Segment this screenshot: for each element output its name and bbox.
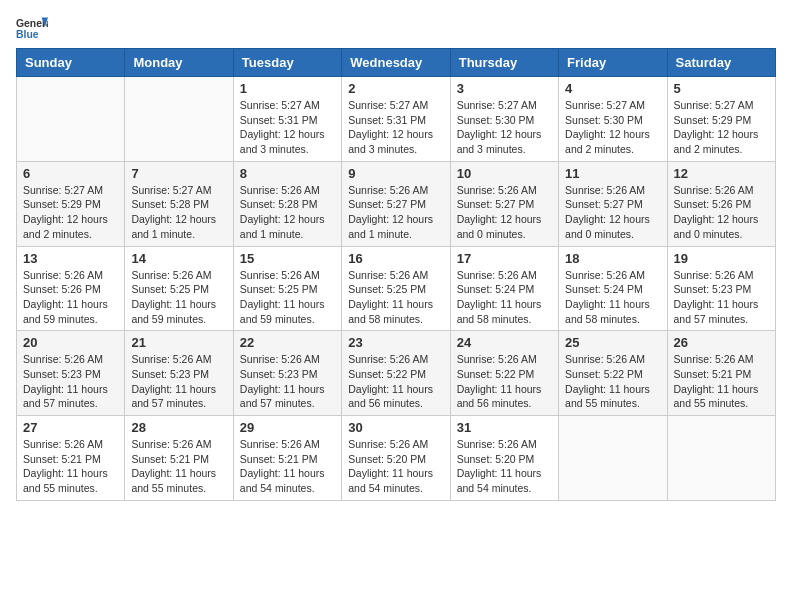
day-info: Sunrise: 5:26 AM Sunset: 5:20 PM Dayligh… bbox=[348, 437, 443, 496]
calendar-day-cell: 5Sunrise: 5:27 AM Sunset: 5:29 PM Daylig… bbox=[667, 77, 775, 162]
day-info: Sunrise: 5:26 AM Sunset: 5:23 PM Dayligh… bbox=[131, 352, 226, 411]
weekday-header-cell: Saturday bbox=[667, 49, 775, 77]
day-number: 20 bbox=[23, 335, 118, 350]
calendar-day-cell: 24Sunrise: 5:26 AM Sunset: 5:22 PM Dayli… bbox=[450, 331, 558, 416]
day-info: Sunrise: 5:26 AM Sunset: 5:23 PM Dayligh… bbox=[23, 352, 118, 411]
day-number: 30 bbox=[348, 420, 443, 435]
weekday-header-cell: Wednesday bbox=[342, 49, 450, 77]
calendar-day-cell bbox=[559, 416, 667, 501]
day-info: Sunrise: 5:26 AM Sunset: 5:21 PM Dayligh… bbox=[131, 437, 226, 496]
day-number: 28 bbox=[131, 420, 226, 435]
calendar-day-cell: 26Sunrise: 5:26 AM Sunset: 5:21 PM Dayli… bbox=[667, 331, 775, 416]
calendar-day-cell: 13Sunrise: 5:26 AM Sunset: 5:26 PM Dayli… bbox=[17, 246, 125, 331]
calendar-week-row: 20Sunrise: 5:26 AM Sunset: 5:23 PM Dayli… bbox=[17, 331, 776, 416]
day-number: 22 bbox=[240, 335, 335, 350]
day-info: Sunrise: 5:27 AM Sunset: 5:31 PM Dayligh… bbox=[240, 98, 335, 157]
calendar-day-cell: 9Sunrise: 5:26 AM Sunset: 5:27 PM Daylig… bbox=[342, 161, 450, 246]
day-number: 5 bbox=[674, 81, 769, 96]
day-info: Sunrise: 5:26 AM Sunset: 5:20 PM Dayligh… bbox=[457, 437, 552, 496]
day-number: 31 bbox=[457, 420, 552, 435]
weekday-header-cell: Thursday bbox=[450, 49, 558, 77]
calendar-day-cell: 7Sunrise: 5:27 AM Sunset: 5:28 PM Daylig… bbox=[125, 161, 233, 246]
day-number: 26 bbox=[674, 335, 769, 350]
calendar-day-cell: 23Sunrise: 5:26 AM Sunset: 5:22 PM Dayli… bbox=[342, 331, 450, 416]
day-info: Sunrise: 5:26 AM Sunset: 5:25 PM Dayligh… bbox=[131, 268, 226, 327]
calendar-day-cell: 21Sunrise: 5:26 AM Sunset: 5:23 PM Dayli… bbox=[125, 331, 233, 416]
day-info: Sunrise: 5:26 AM Sunset: 5:21 PM Dayligh… bbox=[240, 437, 335, 496]
day-number: 7 bbox=[131, 166, 226, 181]
day-info: Sunrise: 5:27 AM Sunset: 5:28 PM Dayligh… bbox=[131, 183, 226, 242]
day-info: Sunrise: 5:26 AM Sunset: 5:25 PM Dayligh… bbox=[240, 268, 335, 327]
day-info: Sunrise: 5:26 AM Sunset: 5:26 PM Dayligh… bbox=[674, 183, 769, 242]
day-info: Sunrise: 5:26 AM Sunset: 5:25 PM Dayligh… bbox=[348, 268, 443, 327]
day-number: 21 bbox=[131, 335, 226, 350]
calendar-day-cell: 15Sunrise: 5:26 AM Sunset: 5:25 PM Dayli… bbox=[233, 246, 341, 331]
calendar-day-cell: 2Sunrise: 5:27 AM Sunset: 5:31 PM Daylig… bbox=[342, 77, 450, 162]
day-number: 9 bbox=[348, 166, 443, 181]
calendar-day-cell: 17Sunrise: 5:26 AM Sunset: 5:24 PM Dayli… bbox=[450, 246, 558, 331]
calendar-day-cell bbox=[17, 77, 125, 162]
day-number: 3 bbox=[457, 81, 552, 96]
calendar-table: SundayMondayTuesdayWednesdayThursdayFrid… bbox=[16, 48, 776, 501]
weekday-header-cell: Friday bbox=[559, 49, 667, 77]
page-header: General Blue bbox=[16, 16, 776, 40]
day-number: 2 bbox=[348, 81, 443, 96]
day-number: 11 bbox=[565, 166, 660, 181]
calendar-day-cell: 16Sunrise: 5:26 AM Sunset: 5:25 PM Dayli… bbox=[342, 246, 450, 331]
calendar-day-cell: 12Sunrise: 5:26 AM Sunset: 5:26 PM Dayli… bbox=[667, 161, 775, 246]
day-info: Sunrise: 5:26 AM Sunset: 5:22 PM Dayligh… bbox=[348, 352, 443, 411]
calendar-day-cell: 6Sunrise: 5:27 AM Sunset: 5:29 PM Daylig… bbox=[17, 161, 125, 246]
day-number: 27 bbox=[23, 420, 118, 435]
calendar-body: 1Sunrise: 5:27 AM Sunset: 5:31 PM Daylig… bbox=[17, 77, 776, 501]
logo: General Blue bbox=[16, 16, 48, 40]
calendar-day-cell: 31Sunrise: 5:26 AM Sunset: 5:20 PM Dayli… bbox=[450, 416, 558, 501]
day-info: Sunrise: 5:27 AM Sunset: 5:29 PM Dayligh… bbox=[674, 98, 769, 157]
day-number: 16 bbox=[348, 251, 443, 266]
day-number: 14 bbox=[131, 251, 226, 266]
calendar-day-cell: 25Sunrise: 5:26 AM Sunset: 5:22 PM Dayli… bbox=[559, 331, 667, 416]
calendar-day-cell: 18Sunrise: 5:26 AM Sunset: 5:24 PM Dayli… bbox=[559, 246, 667, 331]
day-info: Sunrise: 5:26 AM Sunset: 5:26 PM Dayligh… bbox=[23, 268, 118, 327]
day-info: Sunrise: 5:27 AM Sunset: 5:29 PM Dayligh… bbox=[23, 183, 118, 242]
calendar-day-cell: 10Sunrise: 5:26 AM Sunset: 5:27 PM Dayli… bbox=[450, 161, 558, 246]
day-number: 15 bbox=[240, 251, 335, 266]
day-number: 23 bbox=[348, 335, 443, 350]
day-info: Sunrise: 5:26 AM Sunset: 5:22 PM Dayligh… bbox=[457, 352, 552, 411]
calendar-day-cell: 22Sunrise: 5:26 AM Sunset: 5:23 PM Dayli… bbox=[233, 331, 341, 416]
day-number: 19 bbox=[674, 251, 769, 266]
calendar-day-cell bbox=[125, 77, 233, 162]
day-number: 13 bbox=[23, 251, 118, 266]
weekday-header-cell: Tuesday bbox=[233, 49, 341, 77]
calendar-day-cell: 30Sunrise: 5:26 AM Sunset: 5:20 PM Dayli… bbox=[342, 416, 450, 501]
calendar-week-row: 1Sunrise: 5:27 AM Sunset: 5:31 PM Daylig… bbox=[17, 77, 776, 162]
calendar-day-cell: 14Sunrise: 5:26 AM Sunset: 5:25 PM Dayli… bbox=[125, 246, 233, 331]
day-info: Sunrise: 5:26 AM Sunset: 5:24 PM Dayligh… bbox=[565, 268, 660, 327]
calendar-week-row: 6Sunrise: 5:27 AM Sunset: 5:29 PM Daylig… bbox=[17, 161, 776, 246]
calendar-day-cell: 4Sunrise: 5:27 AM Sunset: 5:30 PM Daylig… bbox=[559, 77, 667, 162]
calendar-day-cell: 1Sunrise: 5:27 AM Sunset: 5:31 PM Daylig… bbox=[233, 77, 341, 162]
day-number: 24 bbox=[457, 335, 552, 350]
day-number: 29 bbox=[240, 420, 335, 435]
day-number: 6 bbox=[23, 166, 118, 181]
day-info: Sunrise: 5:26 AM Sunset: 5:28 PM Dayligh… bbox=[240, 183, 335, 242]
calendar-week-row: 13Sunrise: 5:26 AM Sunset: 5:26 PM Dayli… bbox=[17, 246, 776, 331]
day-number: 17 bbox=[457, 251, 552, 266]
day-number: 18 bbox=[565, 251, 660, 266]
weekday-header-row: SundayMondayTuesdayWednesdayThursdayFrid… bbox=[17, 49, 776, 77]
weekday-header-cell: Monday bbox=[125, 49, 233, 77]
calendar-day-cell: 28Sunrise: 5:26 AM Sunset: 5:21 PM Dayli… bbox=[125, 416, 233, 501]
svg-text:Blue: Blue bbox=[16, 29, 39, 40]
day-number: 8 bbox=[240, 166, 335, 181]
day-info: Sunrise: 5:27 AM Sunset: 5:30 PM Dayligh… bbox=[565, 98, 660, 157]
day-info: Sunrise: 5:27 AM Sunset: 5:30 PM Dayligh… bbox=[457, 98, 552, 157]
day-info: Sunrise: 5:26 AM Sunset: 5:27 PM Dayligh… bbox=[565, 183, 660, 242]
day-number: 10 bbox=[457, 166, 552, 181]
day-info: Sunrise: 5:27 AM Sunset: 5:31 PM Dayligh… bbox=[348, 98, 443, 157]
calendar-day-cell: 8Sunrise: 5:26 AM Sunset: 5:28 PM Daylig… bbox=[233, 161, 341, 246]
calendar-day-cell: 19Sunrise: 5:26 AM Sunset: 5:23 PM Dayli… bbox=[667, 246, 775, 331]
calendar-day-cell: 27Sunrise: 5:26 AM Sunset: 5:21 PM Dayli… bbox=[17, 416, 125, 501]
day-info: Sunrise: 5:26 AM Sunset: 5:23 PM Dayligh… bbox=[674, 268, 769, 327]
day-info: Sunrise: 5:26 AM Sunset: 5:24 PM Dayligh… bbox=[457, 268, 552, 327]
weekday-header-cell: Sunday bbox=[17, 49, 125, 77]
calendar-week-row: 27Sunrise: 5:26 AM Sunset: 5:21 PM Dayli… bbox=[17, 416, 776, 501]
